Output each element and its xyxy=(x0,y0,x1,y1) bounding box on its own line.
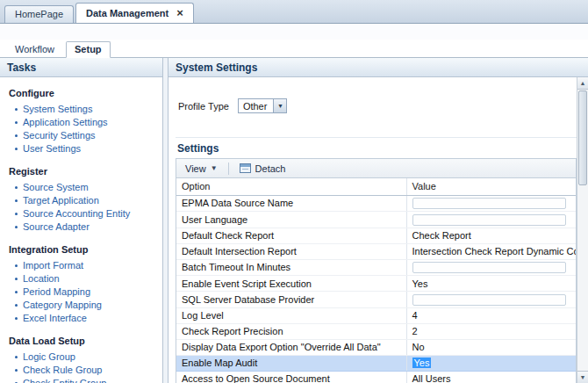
value-cell[interactable]: 2 xyxy=(406,323,576,339)
table-row[interactable]: Default Intersection ReportIntersection … xyxy=(176,243,576,259)
sidebar-item-security-settings[interactable]: Security Settings xyxy=(15,129,157,141)
value-input[interactable] xyxy=(412,198,566,209)
sidebar-link: Source System xyxy=(23,181,89,193)
tab-setup[interactable]: Setup xyxy=(66,41,111,58)
option-cell: Enable Map Audit xyxy=(176,355,406,371)
sidebar-item-logic-group[interactable]: Logic Group xyxy=(15,350,157,363)
sidebar-item-system-settings[interactable]: System Settings xyxy=(15,103,157,115)
table-row[interactable]: Batch Timeout In Minutes xyxy=(176,259,576,276)
bullet-icon xyxy=(15,213,18,215)
tab-label: Data Management xyxy=(86,8,169,18)
sidebar-item-source-accounting-entity[interactable]: Source Accounting Entity xyxy=(15,207,157,220)
table-row[interactable]: Log Level4 xyxy=(176,307,576,323)
table-row[interactable]: Enable Event Script ExecutionYes xyxy=(176,276,576,292)
tasks-panel-header: Tasks xyxy=(0,58,162,77)
view-menu-button[interactable]: View ▼ xyxy=(182,162,221,176)
table-row[interactable]: User Language xyxy=(176,212,576,228)
value-text: Intersection Check Report Dynamic Column… xyxy=(412,246,577,257)
scrollbar-thumb[interactable] xyxy=(578,90,587,185)
chevron-down-icon[interactable]: ▼ xyxy=(273,99,286,112)
chevron-down-icon: ▼ xyxy=(211,164,218,172)
table-row[interactable]: SQL Server Database Provider xyxy=(176,292,576,308)
sidebar-item-check-entity-group[interactable]: Check Entity Group xyxy=(15,377,157,383)
sidebar-link: Application Settings xyxy=(23,116,108,128)
window-tab-data-management[interactable]: Data Management× xyxy=(75,3,194,23)
section-title-configure: Configure xyxy=(9,88,157,98)
bullet-icon xyxy=(15,148,18,150)
sidebar-item-application-settings[interactable]: Application Settings xyxy=(15,116,157,128)
sidebar-item-check-rule-group[interactable]: Check Rule Group xyxy=(15,364,157,376)
value-text: All Users xyxy=(412,373,451,383)
sidebar-link: Location xyxy=(23,272,60,285)
bullet-icon xyxy=(15,317,18,320)
system-settings-panel: System Settings Profile Type Other ▼ Set… xyxy=(169,58,588,383)
content-area: Tasks ConfigureSystem SettingsApplicatio… xyxy=(0,58,588,383)
bullet-icon xyxy=(15,226,18,228)
nav-list-register: Source SystemTarget ApplicationSource Ac… xyxy=(9,181,157,233)
bullet-icon xyxy=(15,199,18,202)
sidebar-item-source-adapter[interactable]: Source Adapter xyxy=(15,220,157,233)
bullet-icon xyxy=(15,369,18,372)
value-cell[interactable]: All Users xyxy=(406,371,576,383)
sidebar-item-excel-interface[interactable]: Excel Interface xyxy=(15,312,157,324)
value-text: 2 xyxy=(412,326,418,336)
close-icon[interactable]: × xyxy=(176,9,183,18)
value-cell[interactable]: 4 xyxy=(406,307,576,323)
value-cell[interactable] xyxy=(406,195,576,212)
tab-workflow[interactable]: Workflow xyxy=(7,42,62,57)
sidebar-link: Excel Interface xyxy=(23,312,87,324)
column-header-option[interactable]: Option xyxy=(176,178,406,195)
table-row[interactable]: Default Check ReportCheck Report xyxy=(176,228,576,243)
sidebar-link: Check Entity Group xyxy=(23,377,106,383)
table-row[interactable]: Display Data Export Option "Override All… xyxy=(176,339,576,355)
value-cell[interactable]: Yes xyxy=(406,355,576,371)
value-cell[interactable]: Yes xyxy=(406,276,576,292)
detach-icon xyxy=(240,163,251,173)
settings-grid: View ▼ xyxy=(176,158,577,383)
window-tab-homepage[interactable]: HomePage xyxy=(4,5,74,23)
value-cell[interactable] xyxy=(406,259,576,276)
option-cell: Default Check Report xyxy=(176,228,406,243)
profile-type-select[interactable]: Other ▼ xyxy=(238,98,288,113)
value-cell[interactable]: Check Report xyxy=(406,228,576,243)
sidebar-link: User Settings xyxy=(23,142,81,155)
view-menu-label: View xyxy=(185,163,206,174)
sidebar-item-target-application[interactable]: Target Application xyxy=(15,194,157,206)
scroll-down-button[interactable]: ▼ xyxy=(577,371,588,383)
value-input[interactable] xyxy=(412,262,566,273)
option-cell: Access to Open Source Document xyxy=(176,371,406,383)
sidebar-item-source-system[interactable]: Source System xyxy=(15,181,157,193)
value-input[interactable] xyxy=(412,214,566,226)
toolbar-spacer xyxy=(0,24,588,40)
table-row[interactable]: Check Report Precision2 xyxy=(176,323,576,339)
bullet-icon xyxy=(15,186,18,189)
table-row[interactable]: EPMA Data Source Name xyxy=(176,195,576,212)
column-header-value[interactable]: Value xyxy=(406,178,576,195)
value-input[interactable] xyxy=(412,294,566,306)
value-text: No xyxy=(412,342,425,352)
sidebar-link: Source Adapter xyxy=(23,220,90,233)
profile-type-label: Profile Type xyxy=(178,101,229,112)
sidebar-item-period-mapping[interactable]: Period Mapping xyxy=(15,285,157,298)
bullet-icon xyxy=(15,291,18,293)
sidebar-item-category-mapping[interactable]: Category Mapping xyxy=(15,299,157,311)
scroll-up-button[interactable]: ▲ xyxy=(577,77,588,90)
detach-button[interactable]: Detach xyxy=(236,162,290,176)
table-row[interactable]: Access to Open Source DocumentAll Users xyxy=(176,371,576,383)
value-cell[interactable] xyxy=(406,212,576,228)
subtab-bar: WorkflowSetup xyxy=(0,40,588,58)
table-row[interactable]: Enable Map AuditYes xyxy=(176,355,576,371)
settings-toolbar: View ▼ xyxy=(176,159,576,178)
sidebar-item-import-format[interactable]: Import Format xyxy=(15,259,157,271)
sidebar-link: Security Settings xyxy=(23,129,96,141)
option-cell: Enable Event Script Execution xyxy=(176,276,406,292)
tab-label: HomePage xyxy=(15,9,63,19)
sidebar-item-location[interactable]: Location xyxy=(15,272,157,285)
sidebar-item-user-settings[interactable]: User Settings xyxy=(15,142,157,155)
value-cell[interactable]: Intersection Check Report Dynamic Column… xyxy=(406,243,576,259)
value-cell[interactable] xyxy=(406,292,576,308)
vertical-scrollbar[interactable]: ▲ ▼ xyxy=(577,77,588,383)
value-cell[interactable]: No xyxy=(406,339,576,355)
profile-type-row: Profile Type Other ▼ xyxy=(178,98,577,113)
profile-type-value: Other xyxy=(239,99,274,112)
